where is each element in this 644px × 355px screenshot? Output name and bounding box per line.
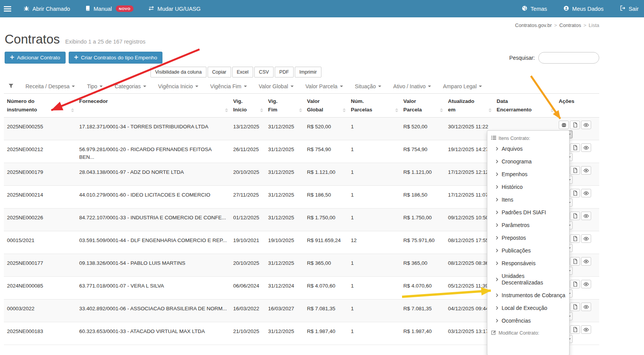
cell-valor-global: R$ 365,00 — [304, 254, 348, 277]
actions-menu-item[interactable]: Responsáveis — [487, 257, 569, 270]
nav-sair[interactable]: Sair — [620, 5, 639, 12]
actions-menu-item[interactable]: Ocorrências — [487, 315, 569, 327]
filter-dropdown[interactable]: Amparo Legal — [443, 83, 482, 89]
chevron-right-icon — [496, 247, 498, 254]
breadcrumb-contratos[interactable]: Contratos — [559, 22, 581, 28]
export-button[interactable]: Excel — [232, 67, 254, 77]
sign-out-icon — [620, 5, 625, 12]
col-data-encerramento[interactable]: Data Encerramento — [494, 94, 556, 118]
pdf-action-button[interactable] — [570, 303, 580, 311]
nav-meus-dados[interactable]: Meus Dados — [563, 5, 603, 12]
actions-menu-item[interactable]: Cronograma — [487, 155, 569, 168]
cell-atualizado-em: 05/12/2025 11:39 — [445, 277, 494, 299]
export-button[interactable]: Copiar — [208, 67, 231, 77]
actions-menu-item[interactable]: Publicações — [487, 244, 569, 257]
col-vig-inicio[interactable]: Vig. Início — [230, 94, 265, 118]
cell-numero: 00015/2021 — [4, 231, 76, 254]
pdf-action-button[interactable] — [570, 212, 580, 220]
cell-fornecedor: 28.043.138/0001-97 - ADZ DO NORTE LTDA — [76, 163, 230, 186]
caret-down-icon — [340, 86, 343, 87]
pdf-action-button[interactable] — [570, 166, 580, 175]
cell-atualizado-em: 17/12/2025 12:12 — [445, 163, 494, 186]
caret-down-icon — [72, 86, 75, 87]
actions-menu-item[interactable]: Empenhos — [487, 168, 569, 181]
view-action-button[interactable] — [581, 189, 591, 197]
search-input[interactable] — [538, 52, 599, 64]
actions-menu-item[interactable]: Prepostos — [487, 232, 569, 244]
pdf-action-button[interactable] — [570, 325, 580, 334]
add-contract-button[interactable]: Adicionar Contrato — [5, 52, 66, 64]
actions-menu-item[interactable]: Arquivos — [487, 143, 569, 155]
filter-dropdown[interactable]: Valor Parcela — [306, 83, 343, 89]
filter-dropdown[interactable]: Receita / Despesa — [25, 83, 75, 89]
filter-dropdown[interactable]: Situação — [355, 83, 381, 89]
nav-manual[interactable]: Manual NOVO — [85, 5, 134, 12]
filter-dropdown[interactable]: Ativo / Inativo — [393, 83, 431, 89]
filter-dropdown[interactable]: Tipo — [87, 83, 103, 89]
hamburger-menu-icon[interactable] — [4, 6, 11, 12]
export-button[interactable]: PDF — [275, 67, 294, 77]
filter-dropdown[interactable]: Vigência Inicio — [158, 83, 198, 89]
pdf-action-button[interactable] — [570, 143, 580, 152]
cell-vig-inicio: 26/11/2025 — [230, 140, 265, 163]
actions-menu-item[interactable]: Parâmetros — [487, 219, 569, 232]
view-action-button[interactable] — [581, 257, 591, 266]
view-action-button[interactable] — [581, 325, 591, 334]
actions-menu-item[interactable]: Unidades Descentralizadas — [487, 270, 569, 289]
col-valor-parcela[interactable]: Valor Parcela — [400, 94, 445, 118]
filter-dropdown[interactable]: Vigência Fim — [210, 83, 247, 89]
breadcrumb-home[interactable]: Contratos.gov.br — [515, 22, 552, 28]
view-action-button[interactable] — [581, 280, 591, 288]
nav-mudar-ug-uasg[interactable]: Mudar UG/UASG — [148, 6, 201, 12]
menu-item-label: Empenhos — [502, 171, 527, 178]
export-button[interactable]: Imprimir — [295, 67, 321, 77]
menu-section-modificar-contrato: Modificar Contrato: — [487, 327, 569, 338]
actions-menu-item[interactable]: Instrumentos de Cobrança — [487, 289, 569, 302]
pdf-action-button[interactable] — [570, 257, 580, 266]
actions-menu-item[interactable]: Padrões DH SIAFI — [487, 206, 569, 219]
view-action-button[interactable] — [581, 303, 591, 311]
cell-valor-parcela: R$ 1.987,40 — [400, 322, 445, 345]
col-num-parcelas[interactable]: Núm. Parcelas — [348, 94, 400, 118]
actions-menu-item[interactable]: Local de Execução — [487, 302, 569, 315]
cell-num-parcelas: 1 — [348, 322, 400, 345]
nav-abrir-chamado[interactable]: Abrir Chamado — [24, 5, 70, 12]
col-atualizado-em[interactable]: Atualizado em — [445, 94, 494, 118]
pdf-action-button[interactable] — [570, 121, 580, 129]
view-action-button[interactable] — [581, 143, 591, 152]
book-icon — [85, 5, 91, 12]
cell-vig-fim: 31/12/2025 — [265, 140, 304, 163]
globe-action-button[interactable] — [559, 121, 569, 129]
nav-temas[interactable]: Temas — [522, 5, 547, 12]
view-action-button[interactable] — [581, 121, 591, 129]
cell-num-parcelas: 1 — [348, 254, 400, 277]
export-button[interactable]: Visibilidade da coluna — [150, 67, 206, 77]
cell-valor-parcela: R$ 4.070,60 — [400, 277, 445, 299]
col-vig-fim[interactable]: Vig. Fim — [265, 94, 304, 118]
filter-dropdown[interactable]: Valor Global — [259, 83, 294, 89]
filter-label: Situação — [355, 83, 376, 89]
cell-valor-global: R$ 1.987,40 — [304, 322, 348, 345]
actions-menu-item[interactable]: Histórico — [487, 181, 569, 193]
pdf-action-button[interactable] — [570, 280, 580, 288]
cell-atualizado-em: 04/12/2025 09:44 — [445, 299, 494, 322]
actions-menu-item[interactable]: Itens — [487, 193, 569, 206]
col-valor-global[interactable]: Valor Global — [304, 94, 348, 118]
view-action-button[interactable] — [581, 234, 591, 243]
menu-item-label: Padrões DH SIAFI — [502, 209, 546, 216]
col-fornecedor[interactable]: Fornecedor — [76, 94, 230, 118]
eye-icon — [583, 282, 589, 287]
view-action-button[interactable] — [581, 212, 591, 220]
bug-icon — [24, 5, 29, 12]
eye-icon — [583, 327, 589, 332]
chevron-right-icon — [496, 235, 498, 241]
export-button[interactable]: CSV — [254, 67, 274, 77]
cell-num-parcelas: 1 — [348, 118, 400, 140]
col-numero[interactable]: Número do instrumento — [4, 94, 76, 118]
filter-dropdown[interactable]: Categorias — [115, 83, 146, 89]
create-empenho-button[interactable]: Criar Contratos do tipo Empenho — [69, 52, 162, 64]
add-contract-label: Adicionar Contrato — [17, 55, 60, 61]
view-action-button[interactable] — [581, 166, 591, 175]
pdf-action-button[interactable] — [570, 234, 580, 243]
pdf-action-button[interactable] — [570, 189, 580, 197]
